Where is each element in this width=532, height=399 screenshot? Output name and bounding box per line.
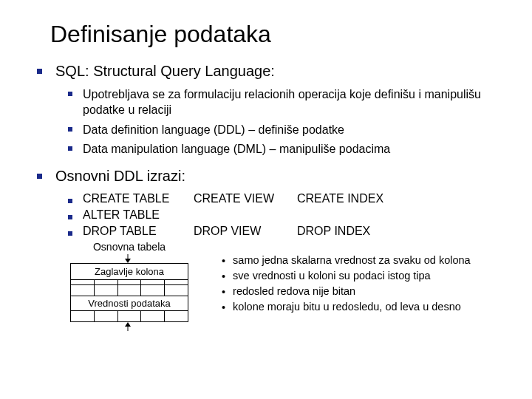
table-diagram: Osnovna tabela Zaglavlje kolona Vrednost… [66, 241, 192, 331]
svg-marker-1 [125, 259, 131, 263]
bullet-ddl-label: Osnovni DDL izrazi: [55, 168, 185, 185]
square-bullet-icon [68, 231, 72, 236]
sql-sub-1-text: Data definition language (DDL) – definiš… [83, 123, 344, 138]
square-bullet-icon [68, 92, 72, 96]
note-3: •kolone moraju bitu u redosledu, od leva… [222, 301, 471, 315]
sql-sub-0-text: Upotrebljava se za formulaciju relacioni… [83, 87, 510, 118]
sql-sub-2: Data manipulation language (DML) – manip… [68, 142, 510, 157]
ddl-text-0-1: CREATE VIEW [194, 192, 274, 205]
ddl-cell-2-0: DROP TABLE [68, 225, 194, 238]
ddl-text-2-0: DROP TABLE [83, 225, 157, 238]
diagram-body-label: Vrednosti podataka [71, 296, 188, 311]
ddl-cell-0-2: CREATE INDEX [297, 192, 400, 205]
ddl-cell-0-0: CREATE TABLE [68, 192, 194, 205]
ddl-text-2-1: DROP VIEW [194, 225, 261, 238]
sql-sub-0: Upotrebljava se za formulaciju relacioni… [68, 87, 510, 118]
bullet-sql-label: SQL: Structural Query Language: [55, 63, 275, 80]
bullet-dot-icon: • [222, 301, 225, 315]
sql-sub-1: Data definition language (DDL) – definiš… [68, 123, 510, 138]
bullet-ddl: Osnovni DDL izrazi: [37, 168, 510, 185]
note-1: •sve vrednosti u koloni su podaci istog … [222, 270, 471, 284]
bullet-dot-icon: • [222, 285, 225, 299]
square-bullet-icon [68, 199, 72, 203]
ddl-cell-0-1: CREATE VIEW [194, 192, 297, 205]
diagram-title: Osnovna tabela [66, 241, 192, 253]
ddl-text-0-2: CREATE INDEX [297, 192, 383, 205]
note-2-text: redosled redova nije bitan [233, 285, 355, 297]
note-0: •samo jedna skalarna vrednost za svaku o… [222, 254, 471, 268]
slide-title: Definisanje podataka [50, 21, 510, 48]
bullet-dot-icon: • [222, 270, 225, 284]
ddl-text-2-2: DROP INDEX [297, 225, 370, 238]
diagram-body-row [71, 311, 188, 321]
note-3-text: kolone moraju bitu u redosledu, od leva … [233, 301, 461, 313]
diagram-top-arrow [70, 256, 188, 263]
notes-list: •samo jedna skalarna vrednost za svaku o… [222, 254, 471, 331]
diagram-bottom-arrow [70, 324, 188, 331]
diagram-header-label: Zaglavlje kolona [71, 264, 188, 280]
bullet-dot-icon: • [222, 254, 225, 268]
ddl-text-0-0: CREATE TABLE [83, 192, 169, 205]
square-bullet-icon [68, 146, 72, 151]
bottom-row: Osnovna tabela Zaglavlje kolona Vrednost… [37, 241, 510, 331]
square-bullet-icon [68, 215, 72, 219]
ddl-cell-1-0: ALTER TABLE [68, 208, 194, 222]
sql-subitems: Upotrebljava se za formulaciju relacioni… [68, 87, 510, 157]
square-bullet-icon [37, 69, 42, 74]
svg-marker-3 [125, 322, 131, 327]
note-2: •redosled redova nije bitan [222, 285, 471, 299]
diagram-body-row [71, 285, 188, 296]
note-0-text: samo jedna skalarna vrednost za svaku od… [233, 254, 471, 266]
ddl-cell-2-2: DROP INDEX [297, 225, 400, 238]
sql-sub-2-text: Data manipulation language (DML) – manip… [83, 142, 390, 157]
ddl-grid: CREATE TABLE CREATE VIEW CREATE INDEX AL… [68, 192, 510, 238]
bullet-sql: SQL: Structural Query Language: [37, 63, 510, 80]
ddl-text-1-0: ALTER TABLE [83, 208, 160, 222]
note-1-text: sve vrednosti u koloni su podaci istog t… [233, 270, 431, 282]
diagram-header-cells [71, 280, 188, 285]
square-bullet-icon [68, 127, 72, 132]
ddl-cell-2-1: DROP VIEW [194, 225, 297, 238]
square-bullet-icon [37, 174, 42, 179]
diagram-table: Zaglavlje kolona Vrednosti podataka [70, 263, 188, 322]
